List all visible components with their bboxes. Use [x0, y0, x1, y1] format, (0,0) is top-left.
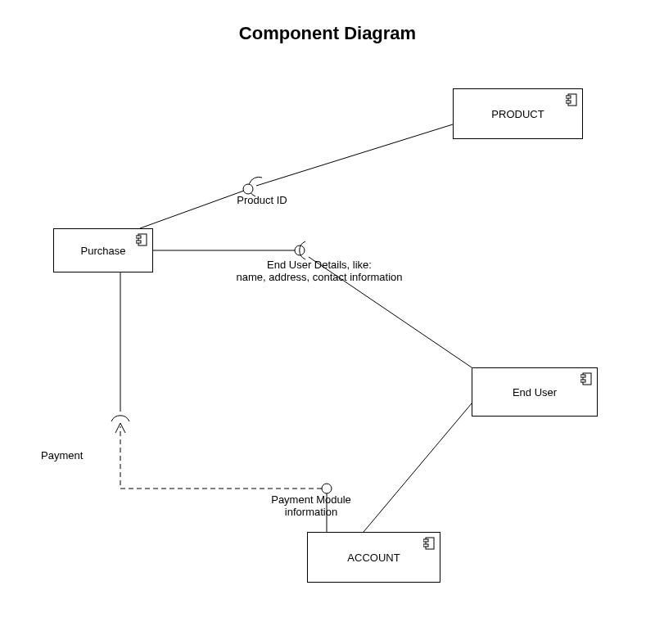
svg-rect-18 [580, 380, 585, 382]
svg-point-1 [243, 184, 253, 194]
interface-product-id-label: Product ID [217, 194, 307, 206]
component-product-label: PRODUCT [491, 108, 544, 120]
svg-rect-17 [580, 375, 585, 377]
svg-line-0 [256, 124, 453, 186]
svg-point-4 [295, 245, 305, 255]
component-product: PRODUCT [453, 88, 583, 139]
svg-rect-20 [423, 539, 428, 542]
component-purchase: Purchase [53, 228, 153, 272]
end-user-details-line1: End User Details, like: [213, 259, 426, 271]
svg-rect-15 [136, 241, 141, 243]
interface-end-user-details-label: End User Details, like: name, address, c… [213, 259, 426, 283]
end-user-details-line2: name, address, contact information [213, 271, 426, 283]
svg-rect-21 [423, 544, 428, 547]
component-icon [136, 233, 147, 246]
svg-rect-11 [566, 96, 571, 98]
component-icon [566, 93, 577, 106]
svg-point-8 [322, 484, 332, 493]
component-account-label: ACCOUNT [347, 552, 400, 564]
component-icon [580, 372, 592, 385]
component-purchase-label: Purchase [81, 245, 126, 257]
payment-module-line2: information [246, 506, 377, 518]
svg-rect-12 [566, 101, 571, 103]
svg-rect-14 [136, 236, 141, 238]
interface-payment-label: Payment [41, 449, 106, 462]
component-account: ACCOUNT [307, 532, 440, 583]
payment-module-line1: Payment Module [246, 493, 377, 506]
component-end-user: End User [472, 367, 598, 417]
component-end-user-label: End User [513, 386, 557, 399]
svg-line-6 [364, 403, 472, 532]
diagram-title: Component Diagram [0, 23, 655, 44]
component-icon [423, 537, 435, 550]
interface-payment-module-label: Payment Module information [246, 493, 377, 518]
